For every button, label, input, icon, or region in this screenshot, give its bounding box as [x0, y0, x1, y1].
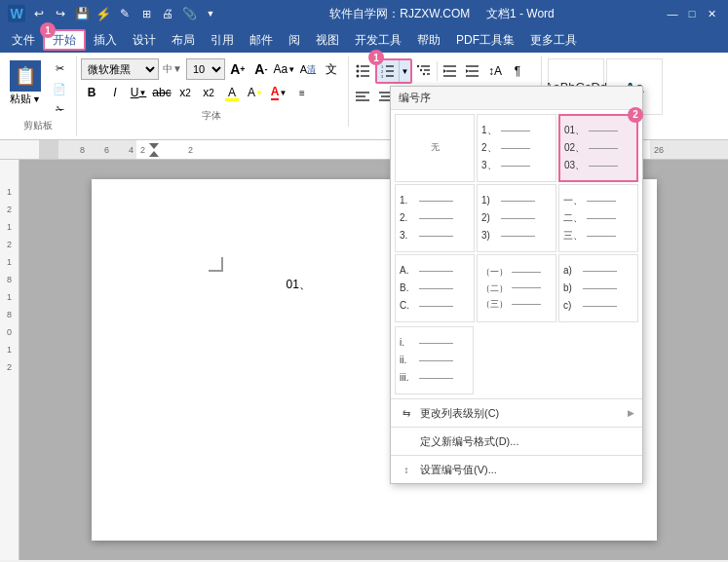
num-line-er: 二、	[563, 210, 616, 226]
copy-button[interactable]: 📄	[49, 79, 70, 98]
numbering-dropdown-arrow[interactable]: ▼	[399, 60, 410, 82]
font-size-label: 中▼	[163, 62, 182, 76]
menu-design[interactable]: 设计	[125, 29, 164, 51]
highlight-button[interactable]: A▼	[245, 82, 266, 103]
text-effect-button[interactable]: 文	[321, 58, 342, 80]
sort-button[interactable]: ↕A	[484, 60, 506, 82]
svg-text:3: 3	[381, 74, 384, 78]
text-color-button[interactable]: A	[221, 82, 243, 103]
num-line-01: 01、	[564, 123, 618, 138]
title-bar-left: W ↩ ↪ 💾 ⚡ ✎ ⊞ 🖨 📎 ▼	[8, 4, 220, 23]
numbering-cell-chinese[interactable]: 一、 二、 三、	[558, 184, 638, 252]
menu-references[interactable]: 引用	[203, 29, 242, 51]
save-icon[interactable]: 💾	[72, 4, 92, 23]
numbering-none-cell[interactable]: 无	[395, 114, 475, 182]
undo-icon[interactable]: ↩	[29, 4, 49, 23]
font-size-select[interactable]: 10	[186, 58, 225, 80]
numbering-cell-01[interactable]: 01、 02、 03、 2	[558, 114, 638, 182]
numbering-cell-roman[interactable]: i. ii. iii.	[395, 326, 474, 394]
menu-view[interactable]: 视图	[308, 29, 347, 51]
footer-divider1	[391, 427, 642, 428]
font-group: 微软雅黑 中▼ 10 A+ A- Aa▼ A清 文 B I U▼ abc x2 …	[79, 56, 349, 127]
word-logo-icon: W	[8, 5, 25, 22]
paragraph-divider1	[437, 61, 438, 81]
change-list-level-item[interactable]: ⇆ 更改列表级别(C) ▶	[391, 401, 642, 425]
numbering-cell-paren[interactable]: 1) 2) 3)	[477, 184, 556, 252]
numbering-cell-chinese-paren[interactable]: （一） （二） （三）	[477, 254, 556, 322]
ruler-mark-8: 8	[80, 145, 85, 155]
quick-icon-1[interactable]: ⚡	[94, 4, 113, 23]
svg-point-4	[356, 70, 359, 73]
menu-more[interactable]: 更多工具	[522, 29, 585, 51]
multilevel-list-button[interactable]	[413, 60, 435, 82]
numbering-cell-period[interactable]: 1. 2. 3.	[395, 184, 475, 252]
strikethrough-button[interactable]: abc	[151, 82, 172, 103]
font-row1: 微软雅黑 中▼ 10 A+ A- Aa▼ A清 文	[81, 58, 342, 80]
font-grow-button[interactable]: A+	[227, 58, 249, 80]
define-format-icon	[399, 433, 414, 449]
quick-icon-3[interactable]: ⊞	[136, 4, 156, 23]
font-shrink-button[interactable]: A-	[250, 58, 272, 80]
set-value-label: 设置编号值(V)...	[420, 463, 497, 477]
print-icon[interactable]: 🖨	[158, 4, 177, 23]
clipboard-label: 剪贴板	[6, 119, 70, 134]
dropdown-arrow-icon[interactable]: ▼	[201, 4, 220, 23]
show-hide-button[interactable]: ¶	[507, 60, 528, 82]
subscript-button[interactable]: x2	[174, 82, 196, 103]
vruler-2: 2	[7, 205, 12, 214]
font-label: 字体	[81, 109, 342, 125]
bold-button[interactable]: B	[81, 82, 102, 103]
none-label: 无	[431, 140, 440, 154]
num-line-03: 03、	[564, 158, 618, 173]
clipboard-group: 📋 粘贴 ▼ ✂ 📄 ✁ 剪贴板	[4, 56, 77, 136]
numbering-cell-1dot[interactable]: 1、 2、 3、	[477, 114, 556, 182]
font-color-button[interactable]: A▼	[268, 82, 289, 103]
svg-marker-25	[466, 69, 469, 73]
menu-mailings[interactable]: 邮件	[242, 29, 281, 51]
menu-layout[interactable]: 布局	[164, 29, 203, 51]
set-value-item[interactable]: ↕ 设置编号值(V)...	[391, 458, 642, 481]
numbering-header: 编号序	[391, 87, 642, 110]
paste-dropdown-arrow[interactable]: ▼	[32, 94, 41, 104]
redo-icon[interactable]: ↪	[51, 4, 70, 23]
quick-icon-2[interactable]: ✎	[115, 4, 134, 23]
change-case-button[interactable]: Aa▼	[274, 58, 295, 80]
font-family-select[interactable]: 微软雅黑	[81, 58, 159, 80]
svg-point-3	[356, 65, 359, 68]
menu-pdf[interactable]: PDF工具集	[448, 29, 522, 51]
ruler-mark-6: 6	[104, 145, 109, 155]
italic-button[interactable]: I	[104, 82, 126, 103]
ruler-mark-2: 2	[140, 145, 145, 155]
cut-button[interactable]: ✂	[49, 58, 70, 78]
increase-indent-button[interactable]	[462, 60, 483, 82]
svg-marker-21	[443, 69, 446, 73]
superscript-button[interactable]: x2	[198, 82, 219, 103]
menu-file[interactable]: 文件	[4, 29, 43, 51]
define-format-item[interactable]: 定义新编号格式(D)...	[391, 430, 642, 453]
svg-point-15	[417, 65, 419, 67]
num-line-3p: 3.	[400, 228, 453, 244]
numbering-cell-alpha-upper[interactable]: A. B. C.	[395, 254, 475, 322]
format-painter-button[interactable]: ✁	[49, 99, 70, 119]
decrease-indent-button[interactable]	[440, 60, 461, 82]
numbering-cell-alpha-lower[interactable]: a) b) c)	[558, 254, 638, 322]
maximize-button[interactable]: □	[683, 5, 701, 22]
align-left-button[interactable]	[353, 86, 374, 107]
underline-button[interactable]: U▼	[128, 82, 149, 103]
menu-home[interactable]: 开始 1	[43, 29, 86, 51]
ruler-indent-marker[interactable]	[149, 143, 159, 157]
paste-button[interactable]: 📋 粘贴 ▼	[6, 58, 45, 108]
num-line-3pr: 3)	[481, 228, 535, 244]
vruler-8: 8	[7, 275, 12, 284]
menu-bar: 文件 开始 1 插入 设计 布局 引用 邮件 阅 视图 开发工具 帮助 PDF工…	[0, 27, 728, 53]
char-spacing-button[interactable]: ≡	[291, 82, 313, 103]
quick-icon-4[interactable]: 📎	[179, 4, 199, 23]
minimize-button[interactable]: —	[664, 5, 681, 22]
clear-format-button[interactable]: A清	[297, 58, 319, 80]
close-button[interactable]: ✕	[703, 5, 720, 22]
svg-point-16	[420, 69, 422, 71]
menu-review[interactable]: 阅	[281, 29, 308, 51]
menu-help[interactable]: 帮助	[409, 29, 448, 51]
menu-insert[interactable]: 插入	[86, 29, 125, 51]
menu-developer[interactable]: 开发工具	[347, 29, 409, 51]
